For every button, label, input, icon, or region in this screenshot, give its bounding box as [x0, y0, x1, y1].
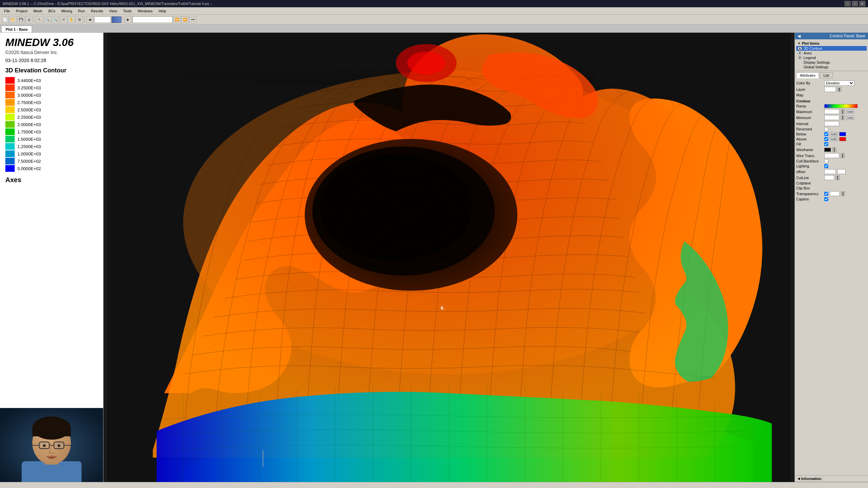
wire-spinner: ▲ ▼ — [832, 147, 836, 152]
transparency-label: Transparency — [796, 192, 823, 196]
contour-title: 3D Elevation Contour — [5, 67, 98, 74]
minimize-button[interactable]: ─ — [845, 1, 850, 6]
legend-color-7 — [5, 128, 15, 135]
reversed-row: Reversed — [796, 127, 867, 131]
tab-plot1-base[interactable]: Plot 1 - Base — [1, 26, 32, 32]
interval-input[interactable]: 250 — [824, 121, 839, 126]
wire-up[interactable]: ▲ — [832, 147, 836, 150]
menu-file[interactable]: File — [1, 8, 13, 14]
min-down[interactable]: ▼ — [841, 118, 845, 120]
close-button[interactable]: ✕ — [859, 1, 865, 6]
menu-help[interactable]: Help — [156, 8, 169, 14]
list-item: 1.0000E+03 — [5, 150, 98, 157]
viewport[interactable] — [103, 33, 795, 488]
toolbar-save[interactable]: 💾 — [18, 16, 25, 23]
above-color-swatch[interactable] — [839, 137, 846, 141]
menu-view[interactable]: View — [106, 8, 120, 14]
plot-item-label-4: Global Settings — [798, 65, 829, 69]
wire-trans-up[interactable]: ▲ — [841, 153, 845, 156]
toolbar-print[interactable]: 🖨 — [25, 16, 33, 23]
menu-windows[interactable]: Windows — [135, 8, 155, 14]
plot-item-3d-contour[interactable]: 3D Contour — [796, 46, 867, 51]
min-up[interactable]: ▲ — [841, 115, 845, 118]
transparency-checkbox[interactable] — [824, 192, 828, 196]
toolbar-play-back[interactable]: ◀ — [86, 16, 93, 23]
above-auto-check[interactable] — [824, 137, 828, 141]
fill-checkbox[interactable] — [824, 142, 828, 146]
toolbar-new[interactable]: 📄 — [1, 16, 9, 23]
below-auto-check[interactable] — [824, 132, 828, 136]
tab-list[interactable]: List — [819, 72, 833, 78]
menu-mining[interactable]: Mining — [59, 8, 75, 14]
menu-bcs[interactable]: BCs — [46, 8, 58, 14]
plot-item-axes[interactable]: Axes — [796, 51, 867, 55]
layer-down[interactable]: ▼ — [837, 89, 841, 92]
list-item: 2.0000E+03 — [5, 121, 98, 128]
cutline-up[interactable]: ▲ — [836, 175, 840, 177]
toolbar-rewind[interactable]: ⏪ — [173, 16, 181, 23]
layer-input[interactable]: 1 — [824, 87, 836, 92]
toolbar-step-input[interactable]: 45 — [94, 17, 111, 23]
menu-project[interactable]: Project — [13, 8, 30, 14]
cutline-down[interactable]: ▼ — [836, 178, 840, 180]
menu-tools[interactable]: Tools — [121, 8, 134, 14]
menu-mesh[interactable]: Mesh — [31, 8, 45, 14]
legend-value-3: 2.7500E+03 — [18, 100, 41, 105]
list-item: 3.4400E+03 — [5, 77, 98, 84]
toolbar-more[interactable]: ••• — [189, 16, 197, 23]
toolbar-rotate[interactable]: ↺ — [60, 16, 67, 23]
offset-input-2[interactable]: 2 — [837, 169, 846, 174]
plot-items-toggle: ▼ — [798, 42, 801, 45]
menu-run[interactable]: Run — [75, 8, 88, 14]
toolbar-pan[interactable]: ✋ — [68, 16, 75, 23]
wireframe-color-swatch[interactable] — [824, 148, 831, 152]
toolbar-datetime-input[interactable]: 2009-09-01T00:00 — [132, 17, 173, 23]
cull-backface-checkbox[interactable] — [824, 159, 828, 163]
wire-trans-spinner: ▲ ▼ — [841, 153, 845, 158]
transparency-down[interactable]: ▼ — [841, 194, 845, 196]
tab-attributes[interactable]: Attributes — [796, 72, 819, 78]
wire-trans-down[interactable]: ▼ — [841, 156, 845, 158]
toolbar-zoom-out[interactable]: 🔍 — [52, 16, 59, 23]
maximum-input[interactable]: 3439.98 — [824, 109, 839, 114]
legend-color-1 — [5, 85, 15, 91]
wire-trans-input[interactable]: 0 — [824, 153, 839, 158]
transparency-up[interactable]: ▲ — [841, 191, 845, 193]
wire-down[interactable]: ▼ — [832, 150, 836, 152]
plot-item-legend[interactable]: Legend — [796, 55, 867, 60]
offset-input-1[interactable]: 0.5 — [824, 169, 836, 174]
toolbar-forward[interactable]: ⏩ — [181, 16, 189, 23]
minimum-row: Minimum 500 ▲ ▼ Auto — [796, 115, 867, 120]
minimum-input[interactable]: 500 — [824, 115, 839, 120]
caption-checkbox[interactable] — [824, 197, 828, 201]
contour-ramp-swatch[interactable] — [824, 104, 858, 108]
below-color-swatch[interactable] — [839, 132, 846, 136]
toolbar-fit[interactable]: ⊞ — [76, 16, 83, 23]
lighting-checkbox[interactable] — [824, 164, 828, 168]
toolbar: 📄 📂 💾 🖨 ↖ 🔍 🔍 ↺ ✋ ⊞ ◀ 45 ▶ 2009-09-01T00… — [0, 15, 868, 25]
svg-point-28 — [407, 52, 445, 74]
legend-area: MINEDW 3.06 ©2020 Itasca Denver Inc. 03-… — [0, 33, 103, 408]
plot-items-section: ▼ Plot Items 3D Contour Axes Legend Disp… — [795, 39, 868, 71]
info-header[interactable]: ◀ Information — [798, 477, 865, 481]
max-up[interactable]: ▲ — [841, 109, 845, 111]
menu-results[interactable]: Results — [88, 8, 106, 14]
maximize-button[interactable]: □ — [852, 1, 858, 6]
toolbar-play-forward[interactable]: ▶ — [125, 16, 132, 23]
layer-up[interactable]: ▲ — [837, 87, 841, 89]
toolbar-open[interactable]: 📂 — [9, 16, 17, 23]
color-by-select[interactable]: Elevation — [824, 80, 854, 86]
cp-minimize[interactable]: ◀ — [798, 34, 801, 38]
reversed-checkbox[interactable] — [824, 127, 828, 131]
plot-item-display-settings[interactable]: Display Settings — [796, 60, 867, 65]
toolbar-cursor[interactable]: ↖ — [36, 16, 43, 23]
offset-row: offset 0.5 2 — [796, 169, 867, 174]
transparency-input[interactable]: 70 — [830, 191, 840, 196]
attributes-section: Attributes List Color By Elevation Layer… — [795, 71, 868, 475]
max-down[interactable]: ▼ — [841, 112, 845, 114]
cutplane-row: Cutplane — [796, 181, 867, 185]
cutline-input[interactable]: 1 — [824, 175, 834, 180]
plot-item-global-settings[interactable]: Global Settings — [796, 65, 867, 69]
plot-items-header[interactable]: ▼ Plot Items — [796, 41, 867, 46]
toolbar-zoom-in[interactable]: 🔍 — [44, 16, 51, 23]
